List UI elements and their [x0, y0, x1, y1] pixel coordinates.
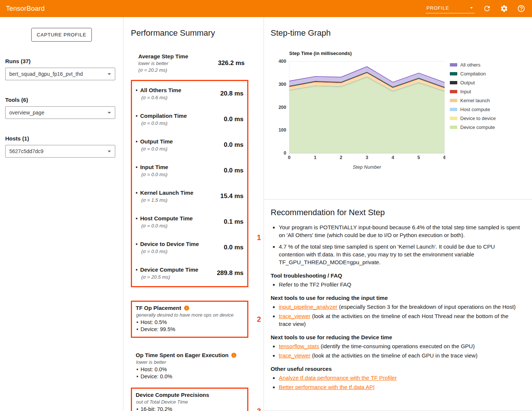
runs-group: Runs (37) bert_squad_8gpu_fp16_pvt_thd — [5, 58, 118, 80]
compute-precision-items: •16-bit: 70.2%•32-bit: 29.8% — [136, 406, 244, 411]
svg-text:2: 2 — [340, 155, 342, 160]
reco-link[interactable]: tensorflow_stats — [279, 343, 319, 349]
legend-label: Input — [460, 89, 471, 94]
reco-item: input_pipeline_analyzer (especially Sect… — [279, 303, 521, 311]
legend-item: Device to device — [450, 116, 496, 121]
tf-op-placement-annotation-wrap: TF Op Placement generally desired to hav… — [131, 301, 248, 338]
dashboard-select[interactable]: PROFILE — [426, 4, 475, 13]
gear-icon — [500, 4, 508, 13]
recommendation-title: Recommendation for Next Step — [271, 208, 521, 217]
metric-row: •Kernel Launch Time(σ = 1.5 ms)15.4 ms — [132, 184, 247, 209]
settings-button[interactable] — [499, 4, 509, 13]
runs-select[interactable]: bert_squad_8gpu_fp16_pvt_thd — [5, 68, 115, 80]
runs-label: Runs (37) — [5, 58, 118, 64]
stat-item: •Host: 0.5% — [136, 319, 244, 326]
legend-item: Kernel launch — [450, 98, 496, 103]
legend-label: Compilation — [460, 71, 486, 77]
metric-row: •Output Time(σ = 0.0 ms)0.0 ms — [132, 132, 247, 158]
tools-select[interactable]: overview_page — [5, 106, 115, 119]
reco-item: Analyze tf.data performance with the TF … — [279, 374, 521, 382]
legend-label: Host compute — [460, 107, 490, 112]
metric-sigma: (σ = 20.2 ms) — [138, 67, 188, 73]
header-actions: PROFILE — [426, 4, 526, 13]
reco-link[interactable]: trace_viewer — [279, 352, 310, 359]
metric-label: •Device to Device Time — [136, 240, 199, 248]
x-axis-label: Step Number — [289, 164, 445, 170]
metric-label: •Host Compute Time — [136, 215, 193, 222]
metric-label: •Device Compute Time — [136, 266, 198, 274]
metric-sigma: (σ = 0.0 ms) — [141, 223, 193, 229]
dropdown-arrow-icon — [105, 147, 113, 155]
reco-section-list: Analyze tf.data performance with the TF … — [271, 374, 521, 391]
reco-link[interactable]: Better performance with the tf.data API — [279, 384, 375, 390]
refresh-button[interactable] — [482, 4, 492, 13]
reco-item: tensorflow_stats (identify the time-cons… — [279, 342, 521, 350]
tools-group: Tools (6) overview_page — [5, 97, 118, 119]
tools-label: Tools (6) — [5, 97, 118, 103]
metric-value: 20.8 ms — [220, 90, 244, 97]
eager-execution-title-text: Op Time Spent on Eager Execution — [136, 352, 229, 358]
hosts-group: Hosts (1) 5627c5dd7dc9 — [5, 135, 118, 158]
info-icon[interactable] — [184, 305, 190, 311]
bullet-icon: • — [136, 267, 138, 273]
stat-item: •Host: 0.0% — [136, 366, 244, 373]
reco-link[interactable]: Analyze tf.data performance with the TF … — [279, 375, 397, 381]
reco-link[interactable]: input_pipeline_analyzer — [279, 304, 338, 310]
metric-label: •Kernel Launch Time — [136, 189, 193, 197]
step-time-area-chart[interactable]: 01002003004000123456 — [271, 59, 445, 161]
metric-row: •Device to Device Time(σ = 0.0 ms)0.0 ms — [132, 235, 247, 260]
bullet-icon: • — [136, 113, 138, 119]
info-icon[interactable] — [231, 352, 237, 358]
bullet-icon: • — [136, 319, 138, 326]
legend-label: Output — [460, 80, 475, 85]
sidebar: CAPTURE PROFILE Runs (37) bert_squad_8gp… — [0, 17, 123, 411]
all-others-swatch — [450, 63, 457, 67]
reco-link[interactable]: trace_viewer — [279, 313, 310, 319]
host-compute-swatch — [450, 108, 457, 111]
recommendation-panel: Recommendation for Next Step Your progra… — [264, 199, 532, 411]
reco-section-heading: Other useful resources — [271, 366, 521, 372]
legend-item: Output — [450, 80, 496, 85]
stat-item: •Device: 99.5% — [136, 326, 244, 333]
bullet-icon: • — [136, 87, 138, 93]
legend-item: Compilation — [450, 71, 496, 77]
metric-note: lower is better — [138, 61, 188, 67]
reco-section-heading: Next tools to use for reducing the Devic… — [271, 334, 521, 340]
chart-legend: All othersCompilationOutputInputKernel l… — [450, 59, 496, 130]
dropdown-arrow-icon — [105, 109, 113, 117]
legend-item: All others — [450, 62, 496, 68]
capture-profile-button[interactable]: CAPTURE PROFILE — [31, 28, 92, 42]
metric-value: 0.0 ms — [224, 116, 244, 123]
svg-text:300: 300 — [278, 82, 286, 87]
compute-precision-box: Device Compute Precisions out of Total D… — [131, 388, 248, 411]
stat-item: •16-bit: 70.2% — [136, 406, 244, 411]
metric-row: •Device Compute Time(σ = 20.5 ms)289.8 m… — [132, 260, 247, 286]
step-time-graph-title: Step-time Graph — [271, 28, 532, 38]
metric-label: •Input Time — [136, 164, 168, 171]
bullet-icon: • — [136, 190, 138, 196]
metric-row: •All Others Time(σ = 0.6 ms)20.8 ms — [132, 81, 247, 107]
metric-row: •Host Compute Time(σ = 0.0 ms)0.1 ms — [132, 209, 247, 235]
refresh-icon — [483, 4, 491, 13]
reco-item: Better performance with the tf.data API — [279, 383, 521, 391]
legend-label: Device to device — [460, 116, 496, 121]
svg-text:100: 100 — [278, 127, 286, 133]
average-step-time-row: Average Step Time lower is better (σ = 2… — [131, 53, 248, 73]
metric-label: Average Step Time — [138, 53, 188, 60]
help-button[interactable] — [516, 4, 526, 13]
compute-precision-title-text: Device Compute Precisions — [136, 392, 209, 398]
metric-row: •Input Time(σ = 0.0 ms)0.0 ms — [132, 158, 247, 184]
metric-sigma: (σ = 0.0 ms) — [141, 172, 168, 178]
metric-value: 0.1 ms — [224, 218, 244, 226]
svg-text:0: 0 — [288, 155, 291, 160]
compute-precision-annotation-wrap: Device Compute Precisions out of Total D… — [131, 388, 248, 411]
metric-value: 0.0 ms — [224, 167, 244, 174]
eager-execution-title: Op Time Spent on Eager Execution — [136, 352, 244, 358]
metric-value: 0.0 ms — [224, 244, 244, 251]
metric-sigma: (σ = 0.6 ms) — [141, 95, 181, 101]
eager-execution-note: lower is better — [136, 359, 244, 365]
hosts-select[interactable]: 5627c5dd7dc9 — [5, 145, 115, 158]
chart-title: Step Time (in milliseconds) — [289, 51, 532, 56]
metrics: Average Step Time lower is better (σ = 2… — [131, 53, 248, 411]
input-swatch — [450, 90, 457, 93]
